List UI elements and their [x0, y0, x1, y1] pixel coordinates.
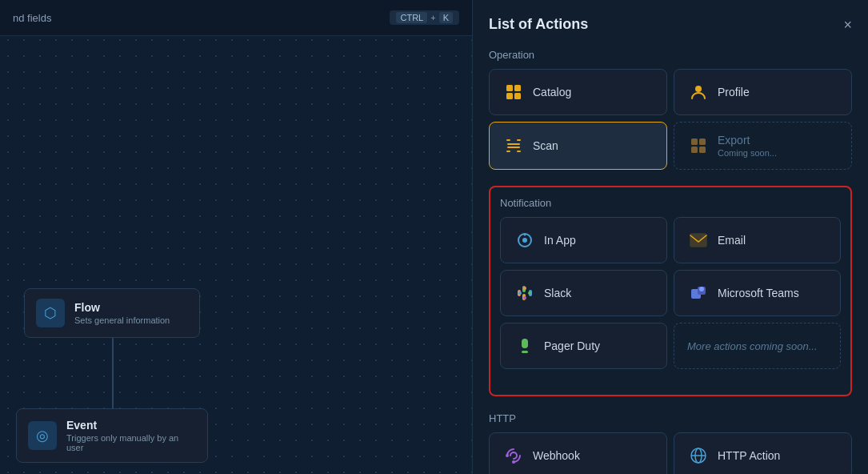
action-more-coming: More actions coming soon... [674, 323, 841, 369]
slack-icon [514, 282, 536, 304]
svg-point-12 [522, 238, 527, 243]
shortcut-ctrl: CTRL [396, 12, 427, 23]
catalog-icon [502, 81, 525, 103]
notification-label: Notification [500, 197, 841, 209]
msteams-icon [687, 282, 710, 304]
notification-section: Notification In App [489, 186, 852, 396]
event-node-subtitle: Triggers only manually by an user [66, 433, 196, 452]
svg-point-20 [523, 287, 526, 290]
svg-rect-10 [699, 147, 706, 153]
webhook-label: Webhook [533, 449, 580, 462]
more-coming-label: More actions coming soon... [687, 340, 818, 352]
action-httpaction[interactable]: HTTP Action [674, 432, 852, 474]
top-bar: nd fields CTRL + K [0, 0, 472, 36]
export-label: Export [718, 134, 777, 147]
email-label: Email [718, 234, 746, 247]
flow-node-subtitle: Sets general information [74, 315, 170, 325]
flow-node-title: Flow [74, 301, 170, 314]
svg-rect-6 [507, 147, 520, 148]
shortcut-k: K [439, 12, 453, 23]
httpaction-icon [687, 444, 710, 467]
action-scan[interactable]: Scan [489, 122, 667, 170]
msteams-label: Microsoft Teams [718, 287, 799, 299]
event-node-title: Event [66, 419, 196, 432]
http-grid: Webhook HTTP Action [489, 432, 852, 474]
pagerduty-icon [514, 335, 536, 357]
svg-rect-9 [691, 147, 698, 153]
fields-label: nd fields [13, 12, 51, 24]
flow-node-text: Flow Sets general information [74, 301, 170, 325]
svg-rect-5 [507, 143, 520, 145]
right-panel: List of Actions × Operation Catalog [472, 0, 868, 474]
inapp-icon [514, 229, 536, 251]
scan-label: Scan [533, 139, 558, 152]
svg-point-19 [518, 291, 522, 295]
export-text: Export Coming soon... [718, 134, 777, 158]
svg-point-4 [695, 86, 702, 92]
http-section: HTTP Webhook [489, 412, 852, 474]
event-node[interactable]: ◎ Event Triggers only manually by an use… [16, 408, 208, 463]
action-profile[interactable]: Profile [674, 69, 852, 115]
svg-point-13 [524, 234, 526, 236]
webhook-icon [502, 444, 525, 467]
operation-label: Operation [489, 49, 852, 61]
svg-rect-14 [690, 234, 706, 247]
flow-node[interactable]: ⬡ Flow Sets general information [24, 288, 200, 338]
action-pagerduty[interactable]: Pager Duty [500, 323, 667, 369]
event-node-icon-wrap: ◎ [28, 421, 57, 450]
event-node-text: Event Triggers only manually by an user [66, 419, 196, 452]
svg-point-28 [506, 454, 509, 457]
svg-rect-1 [514, 85, 521, 91]
pagerduty-label: Pager Duty [544, 339, 600, 352]
action-msteams[interactable]: Microsoft Teams [674, 270, 841, 316]
scan-icon [502, 135, 525, 157]
svg-rect-26 [522, 339, 528, 348]
svg-rect-3 [514, 93, 521, 99]
shortcut-badge: CTRL + K [390, 10, 459, 25]
panel-title: List of Actions [489, 16, 588, 33]
action-export: Export Coming soon... [674, 122, 852, 170]
catalog-label: Catalog [533, 86, 571, 98]
connector-line [112, 332, 114, 408]
action-catalog[interactable]: Catalog [489, 69, 667, 115]
action-email[interactable]: Email [674, 217, 841, 263]
slack-label: Slack [544, 287, 571, 299]
action-webhook[interactable]: Webhook [489, 432, 667, 474]
profile-icon [687, 81, 710, 103]
svg-rect-2 [506, 93, 513, 99]
panel-header: List of Actions × [489, 16, 852, 33]
svg-rect-8 [699, 139, 706, 145]
email-icon [687, 229, 710, 251]
operation-section: Operation Catalog [489, 49, 852, 170]
svg-point-25 [699, 287, 704, 291]
action-inapp[interactable]: In App [500, 217, 667, 263]
svg-point-21 [528, 291, 531, 295]
profile-label: Profile [718, 86, 750, 98]
inapp-label: In App [544, 234, 576, 247]
close-button[interactable]: × [843, 18, 852, 32]
svg-rect-7 [691, 139, 698, 145]
svg-point-29 [512, 460, 515, 464]
svg-rect-0 [506, 85, 513, 91]
export-icon [687, 135, 710, 157]
export-sublabel: Coming soon... [718, 148, 777, 158]
event-icon: ◎ [36, 427, 49, 444]
flow-icon: ⬡ [44, 304, 57, 322]
flow-node-icon-wrap: ⬡ [36, 299, 65, 327]
shortcut-plus: + [430, 13, 435, 22]
action-slack[interactable]: Slack [500, 270, 667, 316]
notification-grid: In App Email [500, 217, 841, 369]
left-panel: nd fields CTRL + K ⬡ Flow Sets general i… [0, 0, 472, 474]
http-label: HTTP [489, 412, 852, 424]
httpaction-label: HTTP Action [718, 449, 780, 462]
svg-point-22 [523, 296, 526, 299]
svg-rect-27 [522, 351, 528, 353]
operation-grid: Catalog Profile [489, 69, 852, 170]
